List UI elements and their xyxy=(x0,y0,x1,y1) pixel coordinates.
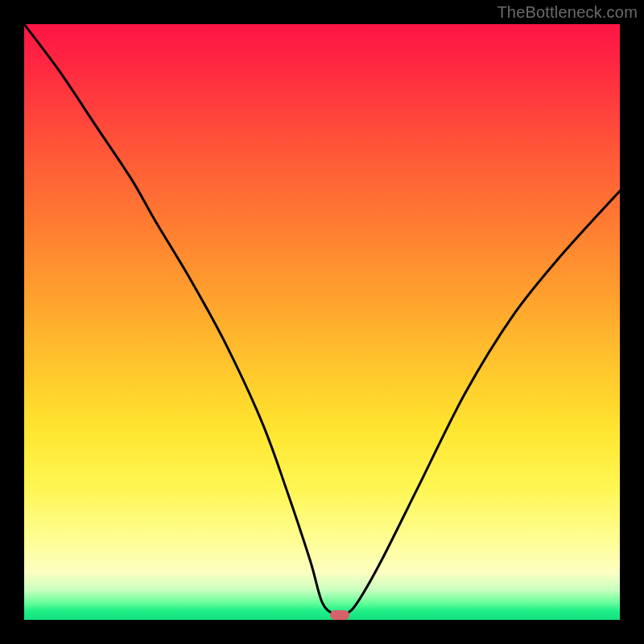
watermark-text: TheBottleneck.com xyxy=(497,3,638,22)
bottleneck-curve xyxy=(24,24,620,620)
plot-area xyxy=(24,24,620,620)
minimum-marker xyxy=(330,610,349,620)
chart-frame: TheBottleneck.com xyxy=(0,0,644,644)
curve-path xyxy=(24,24,620,615)
